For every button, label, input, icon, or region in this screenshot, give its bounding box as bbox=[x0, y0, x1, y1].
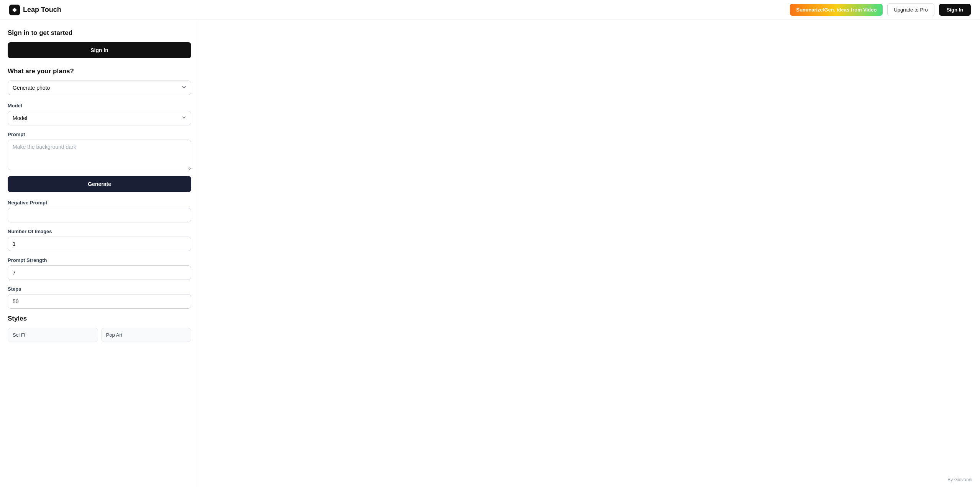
styles-grid: Sci Fi Pop Art bbox=[8, 328, 191, 342]
plans-section: What are your plans? Generate photo Edit… bbox=[8, 67, 191, 95]
summarize-button[interactable]: Summarize/Gen. ideas from Video bbox=[790, 4, 883, 16]
prompt-section: Prompt bbox=[8, 132, 191, 171]
logo-text: Leap Touch bbox=[23, 6, 61, 14]
plans-title: What are your plans? bbox=[8, 67, 191, 75]
right-panel bbox=[199, 20, 980, 487]
styles-title: Styles bbox=[8, 315, 191, 322]
footer-credit: By Giovanni bbox=[947, 477, 972, 482]
steps-input[interactable] bbox=[8, 294, 191, 309]
steps-section: Steps bbox=[8, 286, 191, 315]
plan-select-wrapper: Generate photo Edit photo Remove backgro… bbox=[8, 81, 191, 95]
sign-in-title: Sign in to get started bbox=[8, 29, 191, 37]
upgrade-button[interactable]: Upgrade to Pro bbox=[887, 3, 934, 16]
negative-prompt-section: Negative Prompt bbox=[8, 200, 191, 229]
sign-in-section: Sign in to get started Sign In bbox=[8, 29, 191, 58]
negative-prompt-label: Negative Prompt bbox=[8, 200, 191, 206]
left-panel: Sign in to get started Sign In What are … bbox=[0, 20, 199, 487]
main-layout: Sign in to get started Sign In What are … bbox=[0, 20, 980, 487]
prompt-textarea[interactable] bbox=[8, 140, 191, 170]
num-images-section: Number Of Images bbox=[8, 229, 191, 257]
styles-section: Styles Sci Fi Pop Art bbox=[8, 315, 191, 342]
logo: Leap Touch bbox=[9, 5, 61, 15]
model-select-wrapper: Model Stable Diffusion XL Stable Diffusi… bbox=[8, 111, 191, 125]
model-label: Model bbox=[8, 103, 191, 109]
num-images-label: Number Of Images bbox=[8, 229, 191, 234]
header-signin-button[interactable]: Sign In bbox=[939, 4, 971, 16]
prompt-strength-input[interactable] bbox=[8, 265, 191, 280]
style-sci-fi[interactable]: Sci Fi bbox=[8, 328, 98, 342]
header-actions: Summarize/Gen. ideas from Video Upgrade … bbox=[790, 3, 971, 16]
generate-button[interactable]: Generate bbox=[8, 176, 191, 192]
prompt-label: Prompt bbox=[8, 132, 191, 137]
num-images-input[interactable] bbox=[8, 237, 191, 251]
header: Leap Touch Summarize/Gen. ideas from Vid… bbox=[0, 0, 980, 20]
signin-main-button[interactable]: Sign In bbox=[8, 42, 191, 58]
model-section: Model Model Stable Diffusion XL Stable D… bbox=[8, 103, 191, 125]
prompt-strength-label: Prompt Strength bbox=[8, 257, 191, 263]
steps-label: Steps bbox=[8, 286, 191, 292]
model-select[interactable]: Model Stable Diffusion XL Stable Diffusi… bbox=[8, 111, 191, 125]
plan-select[interactable]: Generate photo Edit photo Remove backgro… bbox=[8, 81, 191, 95]
negative-prompt-input[interactable] bbox=[8, 208, 191, 222]
prompt-strength-section: Prompt Strength bbox=[8, 257, 191, 286]
logo-icon bbox=[9, 5, 20, 15]
style-pop-art[interactable]: Pop Art bbox=[101, 328, 192, 342]
